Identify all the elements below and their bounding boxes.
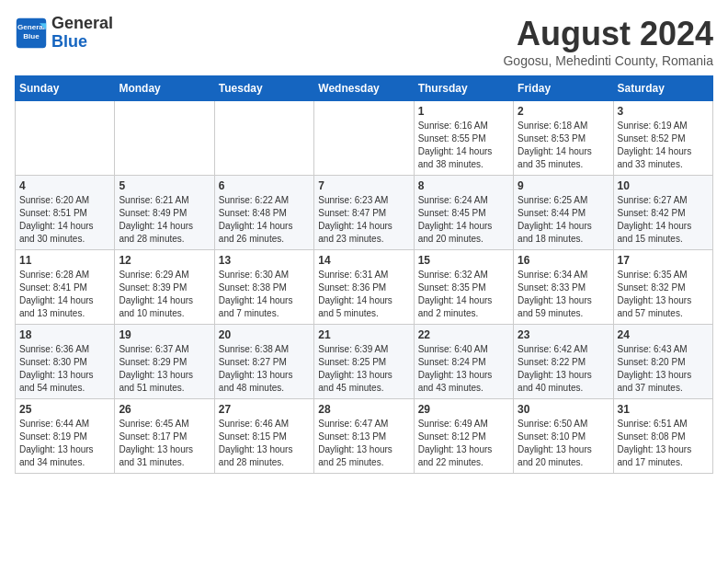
calendar-cell: 21Sunrise: 6:39 AM Sunset: 8:25 PM Dayli… [314, 325, 414, 399]
day-number: 23 [518, 328, 609, 341]
calendar-cell: 12Sunrise: 6:29 AM Sunset: 8:39 PM Dayli… [115, 250, 214, 325]
calendar-cell [115, 101, 214, 176]
day-info: Sunrise: 6:44 AM Sunset: 8:19 PM Dayligh… [19, 418, 110, 469]
calendar-week-row: 1Sunrise: 6:16 AM Sunset: 8:55 PM Daylig… [16, 101, 713, 176]
calendar-cell: 29Sunrise: 6:49 AM Sunset: 8:12 PM Dayli… [414, 399, 513, 474]
calendar-cell: 14Sunrise: 6:31 AM Sunset: 8:36 PM Dayli… [314, 250, 414, 325]
calendar-cell [214, 101, 313, 176]
day-info: Sunrise: 6:27 AM Sunset: 8:42 PM Dayligh… [618, 194, 709, 246]
day-info: Sunrise: 6:38 AM Sunset: 8:27 PM Dayligh… [219, 343, 310, 395]
calendar-cell: 20Sunrise: 6:38 AM Sunset: 8:27 PM Dayli… [214, 325, 313, 399]
day-info: Sunrise: 6:18 AM Sunset: 8:53 PM Dayligh… [518, 120, 609, 171]
day-number: 19 [119, 328, 210, 341]
logo-text: General Blue [51, 15, 113, 52]
calendar-cell: 18Sunrise: 6:36 AM Sunset: 8:30 PM Dayli… [16, 325, 115, 399]
location: Gogosu, Mehedinti County, Romania [503, 53, 713, 68]
calendar-table: SundayMondayTuesdayWednesdayThursdayFrid… [15, 75, 713, 474]
calendar-cell: 9Sunrise: 6:25 AM Sunset: 8:44 PM Daylig… [514, 176, 613, 250]
day-info: Sunrise: 6:34 AM Sunset: 8:33 PM Dayligh… [518, 269, 609, 320]
calendar-cell: 16Sunrise: 6:34 AM Sunset: 8:33 PM Dayli… [514, 250, 613, 325]
calendar-cell: 15Sunrise: 6:32 AM Sunset: 8:35 PM Dayli… [414, 250, 513, 325]
day-info: Sunrise: 6:49 AM Sunset: 8:12 PM Dayligh… [418, 418, 509, 469]
calendar-cell: 19Sunrise: 6:37 AM Sunset: 8:29 PM Dayli… [115, 325, 214, 399]
logo-icon: General Blue [15, 17, 48, 50]
day-info: Sunrise: 6:21 AM Sunset: 8:49 PM Dayligh… [119, 194, 210, 246]
day-info: Sunrise: 6:39 AM Sunset: 8:25 PM Dayligh… [318, 343, 409, 395]
weekday-header-row: SundayMondayTuesdayWednesdayThursdayFrid… [16, 76, 713, 101]
day-info: Sunrise: 6:32 AM Sunset: 8:35 PM Dayligh… [418, 269, 509, 320]
calendar-week-row: 11Sunrise: 6:28 AM Sunset: 8:41 PM Dayli… [16, 250, 713, 325]
day-number: 9 [518, 179, 609, 192]
day-info: Sunrise: 6:30 AM Sunset: 8:38 PM Dayligh… [219, 269, 310, 320]
calendar-cell: 24Sunrise: 6:43 AM Sunset: 8:20 PM Dayli… [613, 325, 712, 399]
calendar-week-row: 4Sunrise: 6:20 AM Sunset: 8:51 PM Daylig… [16, 176, 713, 250]
day-info: Sunrise: 6:50 AM Sunset: 8:10 PM Dayligh… [518, 418, 609, 469]
day-number: 22 [418, 328, 509, 341]
day-number: 31 [618, 403, 709, 416]
calendar-cell [314, 101, 414, 176]
calendar-cell: 2Sunrise: 6:18 AM Sunset: 8:53 PM Daylig… [514, 101, 613, 176]
day-number: 27 [219, 403, 310, 416]
calendar-week-row: 18Sunrise: 6:36 AM Sunset: 8:30 PM Dayli… [16, 325, 713, 399]
day-number: 10 [618, 179, 709, 192]
calendar-cell: 28Sunrise: 6:47 AM Sunset: 8:13 PM Dayli… [314, 399, 414, 474]
day-info: Sunrise: 6:28 AM Sunset: 8:41 PM Dayligh… [19, 269, 110, 320]
day-info: Sunrise: 6:19 AM Sunset: 8:52 PM Dayligh… [618, 120, 709, 171]
calendar-cell: 4Sunrise: 6:20 AM Sunset: 8:51 PM Daylig… [16, 176, 115, 250]
day-number: 5 [119, 179, 210, 192]
weekday-header: Monday [115, 76, 214, 101]
svg-text:General: General [17, 23, 45, 31]
day-info: Sunrise: 6:29 AM Sunset: 8:39 PM Dayligh… [119, 269, 210, 320]
day-number: 1 [418, 105, 509, 118]
day-info: Sunrise: 6:43 AM Sunset: 8:20 PM Dayligh… [618, 343, 709, 395]
day-info: Sunrise: 6:16 AM Sunset: 8:55 PM Dayligh… [418, 120, 509, 171]
day-number: 12 [119, 254, 210, 267]
logo: General Blue General Blue [15, 15, 113, 52]
day-number: 8 [418, 179, 509, 192]
day-number: 24 [618, 328, 709, 341]
day-number: 4 [19, 179, 110, 192]
month-title: August 2024 [503, 15, 713, 53]
day-number: 11 [19, 254, 110, 267]
weekday-header: Tuesday [214, 76, 313, 101]
calendar-cell: 11Sunrise: 6:28 AM Sunset: 8:41 PM Dayli… [16, 250, 115, 325]
day-number: 26 [119, 403, 210, 416]
day-number: 21 [318, 328, 409, 341]
day-number: 20 [219, 328, 310, 341]
calendar-cell: 30Sunrise: 6:50 AM Sunset: 8:10 PM Dayli… [514, 399, 613, 474]
calendar-cell: 25Sunrise: 6:44 AM Sunset: 8:19 PM Dayli… [16, 399, 115, 474]
day-info: Sunrise: 6:35 AM Sunset: 8:32 PM Dayligh… [618, 269, 709, 320]
calendar-cell: 1Sunrise: 6:16 AM Sunset: 8:55 PM Daylig… [414, 101, 513, 176]
day-number: 3 [618, 105, 709, 118]
day-number: 2 [518, 105, 609, 118]
day-number: 30 [518, 403, 609, 416]
calendar-cell: 22Sunrise: 6:40 AM Sunset: 8:24 PM Dayli… [414, 325, 513, 399]
day-number: 17 [618, 254, 709, 267]
calendar-cell: 5Sunrise: 6:21 AM Sunset: 8:49 PM Daylig… [115, 176, 214, 250]
svg-text:Blue: Blue [23, 32, 40, 40]
day-number: 7 [318, 179, 409, 192]
weekday-header: Saturday [613, 76, 712, 101]
day-info: Sunrise: 6:46 AM Sunset: 8:15 PM Dayligh… [219, 418, 310, 469]
calendar-cell [16, 101, 115, 176]
calendar-week-row: 25Sunrise: 6:44 AM Sunset: 8:19 PM Dayli… [16, 399, 713, 474]
day-number: 13 [219, 254, 310, 267]
calendar-cell: 27Sunrise: 6:46 AM Sunset: 8:15 PM Dayli… [214, 399, 313, 474]
day-number: 16 [518, 254, 609, 267]
day-info: Sunrise: 6:31 AM Sunset: 8:36 PM Dayligh… [318, 269, 409, 320]
day-number: 25 [19, 403, 110, 416]
day-info: Sunrise: 6:36 AM Sunset: 8:30 PM Dayligh… [19, 343, 110, 395]
calendar-cell: 17Sunrise: 6:35 AM Sunset: 8:32 PM Dayli… [613, 250, 712, 325]
calendar-cell: 8Sunrise: 6:24 AM Sunset: 8:45 PM Daylig… [414, 176, 513, 250]
title-section: August 2024 Gogosu, Mehedinti County, Ro… [503, 15, 713, 68]
page-header: General Blue General Blue August 2024 Go… [15, 15, 713, 68]
day-number: 15 [418, 254, 509, 267]
day-info: Sunrise: 6:40 AM Sunset: 8:24 PM Dayligh… [418, 343, 509, 395]
day-info: Sunrise: 6:37 AM Sunset: 8:29 PM Dayligh… [119, 343, 210, 395]
weekday-header: Friday [514, 76, 613, 101]
calendar-cell: 6Sunrise: 6:22 AM Sunset: 8:48 PM Daylig… [214, 176, 313, 250]
day-info: Sunrise: 6:45 AM Sunset: 8:17 PM Dayligh… [119, 418, 210, 469]
weekday-header: Wednesday [314, 76, 414, 101]
calendar-cell: 26Sunrise: 6:45 AM Sunset: 8:17 PM Dayli… [115, 399, 214, 474]
day-number: 14 [318, 254, 409, 267]
